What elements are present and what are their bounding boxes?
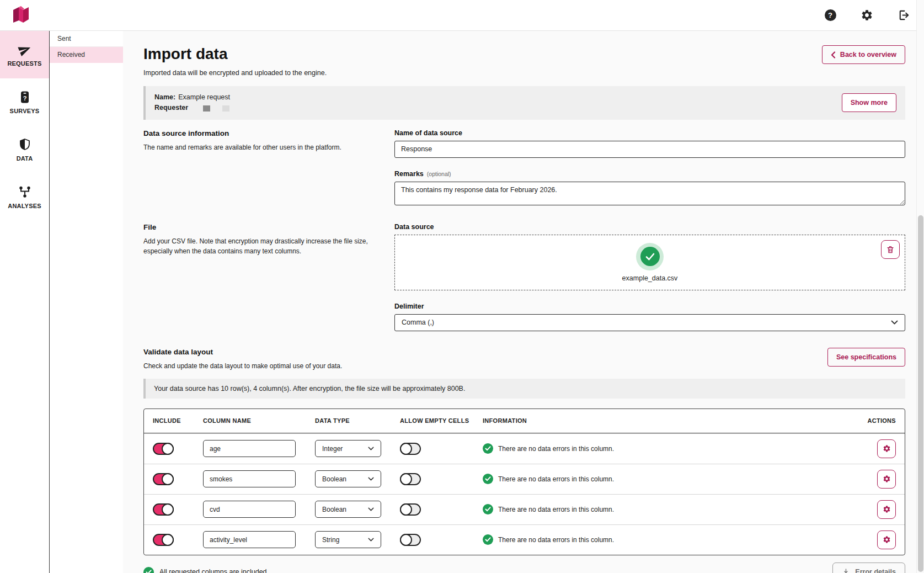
delimiter-label: Delimiter (394, 303, 905, 310)
toggle-knob (162, 534, 174, 546)
sidebar-item-data[interactable]: DATA (0, 126, 49, 173)
svg-text:?: ? (23, 94, 26, 101)
section-title-validate: Validate data layout (143, 348, 342, 356)
remarks-textarea[interactable]: This contains my response data for Febru… (394, 182, 905, 205)
data-type-value: Boolean (322, 506, 346, 513)
chevron-down-icon (368, 507, 374, 511)
success-check-icon (483, 474, 493, 484)
sidebar-item-surveys[interactable]: ? SURVEYS (0, 78, 49, 126)
chevron-down-icon (368, 477, 374, 481)
page-subtitle: Imported data will be encrypted and uplo… (143, 69, 905, 77)
sidebar-item-label: REQUESTS (7, 60, 41, 67)
toggle-knob (400, 534, 412, 546)
data-type-select[interactable]: String (315, 531, 381, 548)
delimiter-select[interactable]: Comma (,) (394, 314, 905, 331)
table-row: String There are no data errors in this … (144, 524, 905, 555)
upload-success-halo (636, 243, 664, 270)
see-specifications-button[interactable]: See specifications (827, 348, 905, 367)
data-source-label: Data source (394, 223, 905, 231)
section-desc-data-source-info: The name and remarks are available for o… (143, 142, 370, 152)
allow-empty-toggle[interactable] (400, 443, 421, 455)
data-type-select[interactable]: Boolean (315, 501, 381, 518)
sidebar-item-requests[interactable]: REQUESTS (0, 31, 49, 78)
file-dropzone[interactable]: example_data.csv (394, 235, 905, 290)
success-check-icon (143, 567, 154, 573)
error-details-label: Error details (855, 568, 896, 573)
logout-icon (897, 9, 910, 22)
download-icon (842, 568, 850, 573)
error-details-button[interactable]: Error details (832, 563, 905, 573)
column-name-input[interactable] (203, 470, 296, 487)
name-of-data-source-label: Name of data source (394, 129, 905, 137)
column-settings-button[interactable] (877, 470, 896, 489)
table-row: Boolean There are no data errors in this… (144, 464, 905, 494)
logout-button[interactable] (896, 9, 910, 22)
column-name-input[interactable] (203, 501, 296, 518)
requester-avatar-redacted (203, 105, 210, 112)
help-icon: ? (825, 9, 836, 21)
trash-icon (886, 245, 895, 254)
toggle-knob (162, 503, 174, 516)
include-toggle[interactable] (153, 443, 174, 455)
include-toggle[interactable] (153, 473, 174, 485)
include-toggle[interactable] (153, 503, 174, 516)
header-include: INCLUDE (153, 417, 203, 424)
gear-icon (883, 505, 891, 513)
request-name-value: Example request (178, 92, 230, 103)
header-column-name: COLUMN NAME (203, 417, 315, 424)
allow-empty-toggle[interactable] (400, 534, 421, 546)
header-allow-empty: ALLOW EMPTY CELLS (400, 417, 483, 424)
delimiter-selected-value: Comma (,) (402, 319, 434, 326)
request-name-label: Name: (154, 92, 175, 103)
data-source-name-input[interactable] (394, 141, 905, 158)
data-type-value: Boolean (322, 475, 346, 483)
column-settings-button[interactable] (877, 500, 896, 519)
main-content: Import data Back to overview Imported da… (123, 31, 924, 573)
data-source-info-message: Your data source has 10 row(s), 4 column… (143, 379, 905, 399)
back-button-label: Back to overview (840, 51, 896, 59)
gear-icon (861, 9, 873, 22)
status-text: All requested columns are included (159, 568, 267, 573)
settings-button[interactable] (860, 9, 873, 22)
column-settings-button[interactable] (877, 439, 896, 458)
toggle-knob (400, 443, 412, 455)
column-name-input[interactable] (203, 531, 296, 548)
success-check-icon (483, 504, 493, 514)
allow-empty-toggle[interactable] (400, 473, 421, 485)
submenu-item-sent[interactable]: Sent (50, 31, 123, 47)
request-summary-box: Name: Example request Requester Show mor… (143, 86, 905, 120)
submenu-item-received[interactable]: Received (50, 47, 123, 63)
app-logo[interactable] (11, 6, 31, 25)
requester-name-redacted (222, 105, 229, 112)
column-name-input[interactable] (203, 440, 296, 457)
show-more-button[interactable]: Show more (842, 93, 896, 112)
chevron-down-icon (891, 320, 898, 325)
uploaded-file-name: example_data.csv (622, 274, 678, 282)
sidebar-item-label: ANALYSES (8, 203, 41, 209)
data-type-value: String (322, 536, 339, 544)
back-to-overview-button[interactable]: Back to overview (822, 45, 905, 64)
page-title: Import data (143, 45, 227, 63)
help-button[interactable]: ? (824, 9, 837, 22)
include-toggle[interactable] (153, 534, 174, 546)
data-type-select[interactable]: Boolean (315, 470, 381, 487)
section-title-file: File (143, 223, 370, 231)
analyses-tree-icon (18, 185, 31, 199)
sidebar-item-analyses[interactable]: ANALYSES (0, 173, 49, 221)
data-type-select[interactable]: Integer (315, 440, 381, 457)
toggle-knob (400, 473, 412, 485)
scrollbar-thumb[interactable] (918, 215, 923, 572)
toggle-knob (162, 473, 174, 485)
shield-icon (18, 138, 31, 151)
table-row: Integer There are no data errors in this… (144, 433, 905, 464)
success-check-icon (483, 443, 493, 454)
data-type-value: Integer (322, 445, 343, 453)
requests-submenu: Sent Received (50, 31, 123, 573)
success-check-icon (483, 534, 493, 545)
remove-file-button[interactable] (881, 240, 900, 259)
logo-icon (11, 6, 31, 23)
column-settings-button[interactable] (877, 530, 896, 549)
gear-icon (883, 475, 891, 483)
allow-empty-toggle[interactable] (400, 503, 421, 516)
chevron-down-icon (368, 447, 374, 450)
